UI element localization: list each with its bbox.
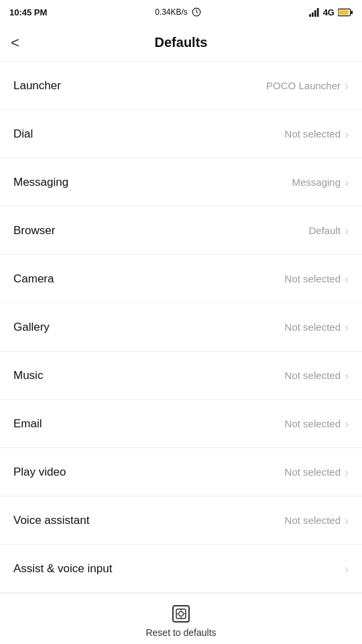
network-speed: 0.34KB/s xyxy=(155,7,188,17)
svg-rect-9 xyxy=(176,609,186,619)
battery-icon xyxy=(338,8,353,17)
item-label: Assist & voice input xyxy=(13,562,112,576)
list-item[interactable]: BrowserDefault› xyxy=(0,207,362,255)
list-item[interactable]: MusicNot selected› xyxy=(0,352,362,400)
item-right: POCO Launcher› xyxy=(266,79,349,92)
svg-rect-7 xyxy=(351,10,353,13)
item-value: Default xyxy=(308,225,341,236)
status-right: 4G xyxy=(309,7,353,17)
item-value: Not selected xyxy=(285,321,341,333)
item-right: › xyxy=(345,562,349,575)
reset-bar[interactable]: Reset to defaults xyxy=(0,593,362,644)
item-right: Not selected› xyxy=(285,127,349,140)
item-value: POCO Launcher xyxy=(266,80,341,91)
item-right: Default› xyxy=(308,224,349,237)
svg-rect-4 xyxy=(317,8,319,17)
item-value: Not selected xyxy=(285,418,341,429)
chevron-right-icon: › xyxy=(345,466,349,478)
list-item[interactable]: LauncherPOCO Launcher› xyxy=(0,62,362,110)
list-item[interactable]: CameraNot selected› xyxy=(0,255,362,303)
status-bar: 10:45 PM 0.34KB/s 4G xyxy=(0,0,362,24)
item-right: Not selected› xyxy=(285,514,349,527)
item-label: Messaging xyxy=(13,176,68,189)
chevron-right-icon: › xyxy=(345,273,349,285)
page-header: < Defaults xyxy=(0,24,362,62)
item-right: Not selected› xyxy=(285,466,349,478)
item-value: Not selected xyxy=(285,515,341,526)
list-item[interactable]: EmailNot selected› xyxy=(0,400,362,448)
chevron-right-icon: › xyxy=(345,321,349,333)
item-right: Not selected› xyxy=(285,417,349,430)
item-right: Messaging› xyxy=(292,176,349,189)
reset-label: Reset to defaults xyxy=(145,627,216,638)
list-item[interactable]: Voice assistantNot selected› xyxy=(0,496,362,545)
list-item[interactable]: Play videoNot selected› xyxy=(0,448,362,496)
item-label: Gallery xyxy=(13,321,50,334)
item-label: Music xyxy=(13,369,43,382)
chevron-right-icon: › xyxy=(345,80,349,92)
svg-rect-3 xyxy=(314,10,316,17)
svg-rect-6 xyxy=(339,9,348,15)
defaults-list: LauncherPOCO Launcher›DialNot selected›M… xyxy=(0,62,362,593)
chevron-right-icon: › xyxy=(345,418,349,430)
item-right: Not selected› xyxy=(285,369,349,382)
item-label: Camera xyxy=(13,272,54,286)
item-value: Not selected xyxy=(285,370,341,381)
network-type: 4G xyxy=(323,7,335,17)
chevron-right-icon: › xyxy=(345,515,349,527)
list-item[interactable]: GalleryNot selected› xyxy=(0,303,362,352)
item-label: Play video xyxy=(13,466,66,479)
item-label: Dial xyxy=(13,127,33,141)
chevron-right-icon: › xyxy=(345,370,349,382)
list-item[interactable]: Assist & voice input› xyxy=(0,545,362,593)
item-label: Browser xyxy=(13,224,55,237)
item-value: Messaging xyxy=(292,176,341,188)
back-button[interactable]: < xyxy=(5,30,25,56)
status-time: 10:45 PM xyxy=(9,7,47,17)
item-label: Email xyxy=(13,417,42,431)
item-right: Not selected› xyxy=(285,272,349,285)
item-value: Not selected xyxy=(285,128,341,140)
svg-point-10 xyxy=(179,612,184,616)
svg-rect-1 xyxy=(309,14,311,17)
list-item[interactable]: DialNot selected› xyxy=(0,110,362,158)
item-label: Voice assistant xyxy=(13,514,89,527)
chevron-right-icon: › xyxy=(345,176,349,189)
list-item[interactable]: MessagingMessaging› xyxy=(0,158,362,207)
signal-icon xyxy=(309,8,320,17)
status-center: 0.34KB/s xyxy=(155,7,201,17)
clock-icon xyxy=(192,7,201,17)
svg-rect-2 xyxy=(312,12,314,17)
svg-rect-8 xyxy=(173,606,189,622)
item-right: Not selected› xyxy=(285,321,349,333)
page-title: Defaults xyxy=(155,35,208,50)
item-label: Launcher xyxy=(13,79,61,93)
reset-icon xyxy=(170,603,192,625)
item-value: Not selected xyxy=(285,273,341,284)
item-value: Not selected xyxy=(285,466,341,478)
chevron-right-icon: › xyxy=(345,563,349,575)
chevron-right-icon: › xyxy=(345,128,349,140)
chevron-right-icon: › xyxy=(345,225,349,237)
